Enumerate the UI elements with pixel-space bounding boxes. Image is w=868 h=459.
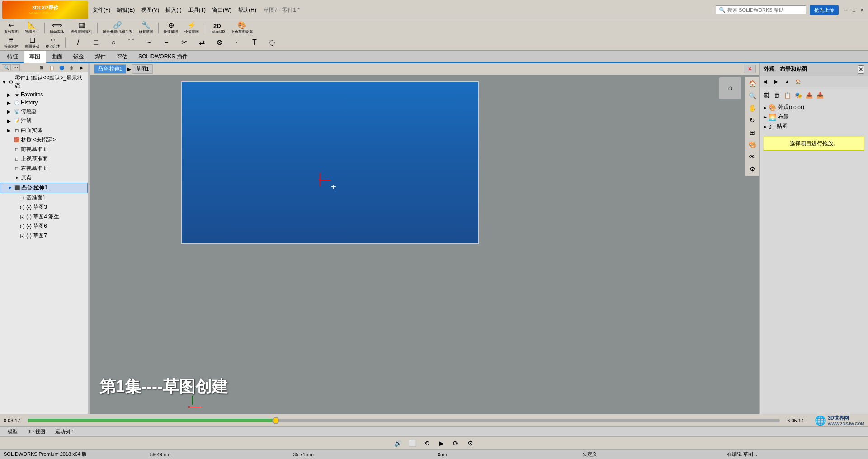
show-relations-btn[interactable]: 🔗 显示/删除几何关系 xyxy=(100,20,135,36)
stop-btn[interactable]: ⬜ xyxy=(407,438,418,449)
forward-btn[interactable]: ⟳ xyxy=(450,438,461,449)
tree-annotations[interactable]: ▶ 📝 注解 xyxy=(0,116,88,126)
tab-3dview[interactable]: 3D 视图 xyxy=(24,427,49,436)
circle-tool[interactable]: ○ xyxy=(105,38,122,47)
search-box[interactable]: 🔍 xyxy=(716,5,806,14)
tree-sketch3[interactable]: (-) (-) 草图3 xyxy=(0,203,88,212)
convert-tool[interactable]: ⇄ xyxy=(193,38,210,47)
tab-motion[interactable]: 运动例 1 xyxy=(51,427,78,436)
maximize-button[interactable]: □ xyxy=(850,6,858,14)
tree-favorites[interactable]: ▶ ★ Favorites xyxy=(0,90,88,99)
appearance-filter3[interactable]: 📋 xyxy=(783,90,793,100)
float-home-btn[interactable]: 🏠 xyxy=(746,78,758,90)
float-pan-btn[interactable]: ✋ xyxy=(746,102,758,114)
quick-sketch-btn[interactable]: ⚡ 快速草图 xyxy=(182,20,201,36)
offset-entities-btn[interactable]: ≡ 等距实体 xyxy=(2,35,21,50)
float-rotate-btn[interactable]: ↻ xyxy=(746,114,758,126)
nav-forward-btn[interactable]: ▶ xyxy=(772,77,781,86)
appearance-color-item[interactable]: ▶ 🎨 外观(color) xyxy=(762,103,866,112)
arc-tool[interactable]: ⌒ xyxy=(123,38,139,47)
timeline-bar[interactable] xyxy=(28,419,780,422)
tab-feature[interactable]: 特征 xyxy=(2,50,24,63)
play-btn[interactable]: ▶ xyxy=(436,438,447,449)
intersect-tool[interactable]: ⊗ xyxy=(211,38,227,47)
smart-dimension-btn[interactable]: 📐 智能尺寸 xyxy=(23,20,42,36)
construction-tool[interactable]: ◌ xyxy=(264,38,280,47)
tree-material[interactable]: 🧱 材质 <未指定> xyxy=(0,135,88,145)
appearance-filter2[interactable]: 🗑 xyxy=(772,90,782,100)
appearance-filter1[interactable]: 🖼 xyxy=(761,90,771,100)
tree-component-root[interactable]: ▼ ⚙ 零件1 (默认<<默认>_显示状态 xyxy=(0,73,88,90)
tree-right-plane[interactable]: □ 右视基准面 xyxy=(0,164,88,173)
nav-back-btn[interactable]: ◀ xyxy=(761,77,770,86)
appearance-decal-item[interactable]: ▶ 🏷 贴图 xyxy=(762,122,866,131)
float-section-btn[interactable]: ⊞ xyxy=(746,127,758,138)
tree-view2-btn[interactable]: 📋 xyxy=(47,65,56,71)
tree-history[interactable]: ▶ 🕐 History xyxy=(0,99,88,107)
tab-sheet-metal[interactable]: 钣金 xyxy=(68,50,90,63)
instant2d-btn[interactable]: 2D Instant2D xyxy=(207,22,227,35)
float-settings-btn[interactable]: ⚙ xyxy=(746,163,758,175)
tree-sketch6[interactable]: (-) (-) 草图6 xyxy=(0,222,88,231)
tree-view1-btn[interactable]: ⊞ xyxy=(37,65,46,71)
search-input[interactable] xyxy=(727,7,791,13)
tab-weldment[interactable]: 焊件 xyxy=(90,50,111,63)
tab-solidworks-plugins[interactable]: SOLIDWORKS 插件 xyxy=(133,50,193,63)
float-display-btn[interactable]: 🎨 xyxy=(746,139,758,151)
timeline-thumb[interactable] xyxy=(272,417,279,424)
menu-help[interactable]: 帮助(H) xyxy=(235,5,259,15)
tab-model[interactable]: 模型 xyxy=(4,427,22,436)
nav-home-btn[interactable]: 🏠 xyxy=(793,77,802,86)
rewind-btn[interactable]: ⟲ xyxy=(421,438,432,449)
tree-view4-btn[interactable]: ◎ xyxy=(67,65,76,71)
tree-front-plane[interactable]: □ 前视基准面 xyxy=(0,145,88,154)
appearance-filter5[interactable]: 📤 xyxy=(804,90,814,100)
breadcrumb-sketch[interactable]: 草图1 xyxy=(132,64,153,74)
float-hide-btn[interactable]: 👁 xyxy=(746,151,758,163)
menu-tools[interactable]: 工具(T) xyxy=(185,5,208,15)
move-entity-btn[interactable]: ↔ 移动实体 xyxy=(43,35,62,50)
tree-view3-btn[interactable]: 🔵 xyxy=(57,65,66,71)
point-tool[interactable]: · xyxy=(229,38,245,47)
menu-insert[interactable]: 插入(I) xyxy=(163,5,184,15)
close-sketch-btn[interactable]: ✕ xyxy=(744,65,756,73)
tab-evaluate[interactable]: 评估 xyxy=(111,50,133,63)
menu-edit[interactable]: 编辑(E) xyxy=(114,5,137,15)
exit-sketch-btn[interactable]: ↩ 退出草图 xyxy=(2,20,21,36)
text-tool[interactable]: T xyxy=(246,38,263,47)
close-button[interactable]: ✕ xyxy=(859,6,866,14)
repair-sketch-btn[interactable]: 🔧 修复草图 xyxy=(137,20,156,36)
trim-tool[interactable]: ✂ xyxy=(176,38,192,47)
line-tool[interactable]: / xyxy=(70,38,86,47)
volume-btn[interactable]: 🔊 xyxy=(392,438,403,449)
color-sketch-btn[interactable]: 🎨 上色草图轮廓 xyxy=(229,20,255,36)
appearance-filter6[interactable]: 📥 xyxy=(815,90,825,100)
tree-sketch7[interactable]: (-) (-) 草图7 xyxy=(0,231,88,241)
minimize-button[interactable]: ─ xyxy=(842,6,849,14)
view-cube[interactable]: ⬡ xyxy=(719,77,741,99)
tree-plane1[interactable]: □ 基准面1 xyxy=(0,193,88,203)
mirror-btn[interactable]: ⟺ 镜向实体 xyxy=(47,20,66,36)
tree-sensors[interactable]: ▶ 📡 传感器 xyxy=(0,107,88,116)
tree-expand-btn[interactable]: ▶ xyxy=(77,65,86,71)
tree-options-btn[interactable]: ⋯ xyxy=(12,64,20,71)
nav-up-btn[interactable]: ▲ xyxy=(783,77,792,86)
tree-boss-extrude1[interactable]: ▼ ⬛ 凸台·拉伸1 xyxy=(0,183,88,193)
menu-window[interactable]: 窗口(W) xyxy=(209,5,234,15)
spline-tool[interactable]: ~ xyxy=(141,38,157,47)
menu-file[interactable]: 文件(F) xyxy=(90,5,113,15)
linear-array-btn[interactable]: ▦ 线性草图阵列 xyxy=(68,20,94,36)
tab-surface[interactable]: 曲面 xyxy=(46,50,68,63)
quick-snap-btn[interactable]: ⊕ 快速捕捉 xyxy=(161,20,180,36)
upload-button[interactable]: 抢先上传 xyxy=(810,5,839,15)
tree-origin[interactable]: ✦ 原点 xyxy=(0,173,88,183)
appearance-scene-item[interactable]: ▶ 🌅 布景 xyxy=(762,112,866,122)
surface-move-btn[interactable]: ◻ 曲面移动 xyxy=(23,35,42,50)
tree-sketch4[interactable]: (-) (-) 草图4 派生 xyxy=(0,212,88,222)
float-zoom-btn[interactable]: 🔍 xyxy=(746,90,758,102)
tab-sketch[interactable]: 草图 xyxy=(24,50,46,63)
tree-top-plane[interactable]: □ 上视基准面 xyxy=(0,154,88,164)
tree-surface-bodies[interactable]: ▶ ◻ 曲面实体 xyxy=(0,126,88,135)
rect-tool[interactable]: □ xyxy=(88,38,104,47)
settings-btn[interactable]: ⚙ xyxy=(465,438,476,449)
